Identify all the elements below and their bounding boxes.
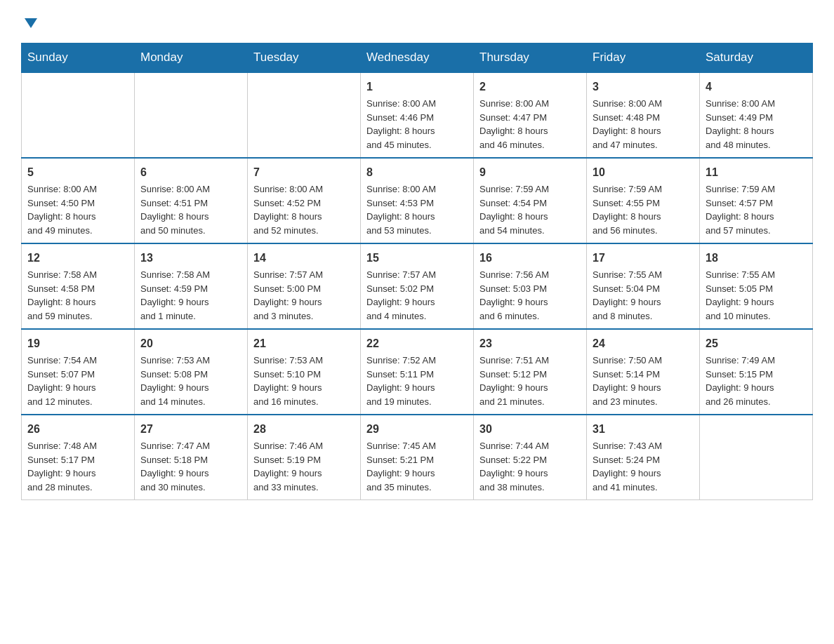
calendar-header-thursday: Thursday xyxy=(474,43,587,73)
svg-marker-0 xyxy=(25,18,37,28)
calendar-cell: 30Sunrise: 7:44 AM Sunset: 5:22 PM Dayli… xyxy=(474,415,587,500)
calendar-cell: 24Sunrise: 7:50 AM Sunset: 5:14 PM Dayli… xyxy=(587,329,700,415)
day-number: 11 xyxy=(706,164,807,181)
page-header xyxy=(21,14,813,29)
calendar-cell xyxy=(248,72,361,158)
day-info: Sunrise: 7:44 AM Sunset: 5:22 PM Dayligh… xyxy=(479,439,581,494)
calendar-cell xyxy=(135,72,248,158)
day-info: Sunrise: 8:00 AM Sunset: 4:53 PM Dayligh… xyxy=(366,182,468,237)
day-number: 15 xyxy=(366,250,468,267)
calendar-cell: 27Sunrise: 7:47 AM Sunset: 5:18 PM Dayli… xyxy=(135,415,248,500)
calendar-week-row: 19Sunrise: 7:54 AM Sunset: 5:07 PM Dayli… xyxy=(22,329,813,415)
calendar-cell xyxy=(22,72,135,158)
calendar-cell: 4Sunrise: 8:00 AM Sunset: 4:49 PM Daylig… xyxy=(700,72,813,158)
day-info: Sunrise: 8:00 AM Sunset: 4:46 PM Dayligh… xyxy=(366,97,468,152)
calendar-header-monday: Monday xyxy=(135,43,248,73)
day-info: Sunrise: 7:54 AM Sunset: 5:07 PM Dayligh… xyxy=(27,354,128,408)
day-info: Sunrise: 7:55 AM Sunset: 5:05 PM Dayligh… xyxy=(706,268,807,323)
day-info: Sunrise: 8:00 AM Sunset: 4:48 PM Dayligh… xyxy=(593,97,694,152)
day-info: Sunrise: 7:57 AM Sunset: 5:00 PM Dayligh… xyxy=(253,268,355,323)
day-number: 14 xyxy=(253,250,355,267)
calendar-cell: 2Sunrise: 8:00 AM Sunset: 4:47 PM Daylig… xyxy=(474,72,587,158)
day-info: Sunrise: 7:50 AM Sunset: 5:14 PM Dayligh… xyxy=(593,354,694,408)
day-info: Sunrise: 7:53 AM Sunset: 5:10 PM Dayligh… xyxy=(253,354,355,408)
calendar-cell: 11Sunrise: 7:59 AM Sunset: 4:57 PM Dayli… xyxy=(700,158,813,243)
day-info: Sunrise: 7:48 AM Sunset: 5:17 PM Dayligh… xyxy=(27,439,128,494)
day-info: Sunrise: 8:00 AM Sunset: 4:49 PM Dayligh… xyxy=(706,97,807,152)
day-info: Sunrise: 7:51 AM Sunset: 5:12 PM Dayligh… xyxy=(479,354,581,408)
calendar-cell: 15Sunrise: 7:57 AM Sunset: 5:02 PM Dayli… xyxy=(361,243,474,329)
calendar-cell: 29Sunrise: 7:45 AM Sunset: 5:21 PM Dayli… xyxy=(361,415,474,500)
calendar-cell: 9Sunrise: 7:59 AM Sunset: 4:54 PM Daylig… xyxy=(474,158,587,243)
day-number: 8 xyxy=(366,164,468,181)
day-number: 24 xyxy=(593,335,694,352)
calendar-cell: 26Sunrise: 7:48 AM Sunset: 5:17 PM Dayli… xyxy=(22,415,135,500)
day-info: Sunrise: 7:46 AM Sunset: 5:19 PM Dayligh… xyxy=(253,439,355,494)
calendar-cell: 21Sunrise: 7:53 AM Sunset: 5:10 PM Dayli… xyxy=(248,329,361,415)
calendar-week-row: 5Sunrise: 8:00 AM Sunset: 4:50 PM Daylig… xyxy=(22,158,813,243)
day-number: 22 xyxy=(366,335,468,352)
day-info: Sunrise: 7:59 AM Sunset: 4:55 PM Dayligh… xyxy=(593,182,694,237)
day-info: Sunrise: 8:00 AM Sunset: 4:50 PM Dayligh… xyxy=(27,182,128,237)
calendar-cell: 16Sunrise: 7:56 AM Sunset: 5:03 PM Dayli… xyxy=(474,243,587,329)
day-number: 4 xyxy=(706,79,807,95)
day-number: 17 xyxy=(593,250,694,267)
calendar-cell: 19Sunrise: 7:54 AM Sunset: 5:07 PM Dayli… xyxy=(22,329,135,415)
day-info: Sunrise: 8:00 AM Sunset: 4:51 PM Dayligh… xyxy=(140,182,241,237)
day-info: Sunrise: 7:52 AM Sunset: 5:11 PM Dayligh… xyxy=(366,354,468,408)
day-number: 1 xyxy=(366,79,468,95)
day-number: 3 xyxy=(593,79,694,95)
day-number: 26 xyxy=(27,421,128,438)
calendar-header-friday: Friday xyxy=(587,43,700,73)
day-number: 7 xyxy=(253,164,355,181)
calendar-table: SundayMondayTuesdayWednesdayThursdayFrid… xyxy=(21,43,813,500)
day-info: Sunrise: 7:59 AM Sunset: 4:57 PM Dayligh… xyxy=(706,182,807,237)
day-number: 27 xyxy=(140,421,241,438)
calendar-cell: 13Sunrise: 7:58 AM Sunset: 4:59 PM Dayli… xyxy=(135,243,248,329)
calendar-cell xyxy=(700,415,813,500)
day-number: 2 xyxy=(479,79,581,95)
day-number: 21 xyxy=(253,335,355,352)
calendar-header-saturday: Saturday xyxy=(700,43,813,73)
day-info: Sunrise: 7:53 AM Sunset: 5:08 PM Dayligh… xyxy=(140,354,241,408)
day-number: 28 xyxy=(253,421,355,438)
day-info: Sunrise: 7:56 AM Sunset: 5:03 PM Dayligh… xyxy=(479,268,581,323)
calendar-cell: 23Sunrise: 7:51 AM Sunset: 5:12 PM Dayli… xyxy=(474,329,587,415)
day-info: Sunrise: 7:49 AM Sunset: 5:15 PM Dayligh… xyxy=(706,354,807,408)
logo xyxy=(21,14,39,29)
day-number: 6 xyxy=(140,164,241,181)
day-number: 16 xyxy=(479,250,581,267)
day-info: Sunrise: 7:58 AM Sunset: 4:59 PM Dayligh… xyxy=(140,268,241,323)
calendar-cell: 17Sunrise: 7:55 AM Sunset: 5:04 PM Dayli… xyxy=(587,243,700,329)
logo-arrow-icon xyxy=(21,14,39,32)
calendar-cell: 6Sunrise: 8:00 AM Sunset: 4:51 PM Daylig… xyxy=(135,158,248,243)
day-info: Sunrise: 8:00 AM Sunset: 4:52 PM Dayligh… xyxy=(253,182,355,237)
day-number: 5 xyxy=(27,164,128,181)
day-info: Sunrise: 8:00 AM Sunset: 4:47 PM Dayligh… xyxy=(479,97,581,152)
day-number: 9 xyxy=(479,164,581,181)
calendar-cell: 3Sunrise: 8:00 AM Sunset: 4:48 PM Daylig… xyxy=(587,72,700,158)
calendar-week-row: 26Sunrise: 7:48 AM Sunset: 5:17 PM Dayli… xyxy=(22,415,813,500)
calendar-week-row: 1Sunrise: 8:00 AM Sunset: 4:46 PM Daylig… xyxy=(22,72,813,158)
calendar-cell: 28Sunrise: 7:46 AM Sunset: 5:19 PM Dayli… xyxy=(248,415,361,500)
day-number: 18 xyxy=(706,250,807,267)
day-info: Sunrise: 7:57 AM Sunset: 5:02 PM Dayligh… xyxy=(366,268,468,323)
day-info: Sunrise: 7:45 AM Sunset: 5:21 PM Dayligh… xyxy=(366,439,468,494)
calendar-cell: 25Sunrise: 7:49 AM Sunset: 5:15 PM Dayli… xyxy=(700,329,813,415)
calendar-cell: 1Sunrise: 8:00 AM Sunset: 4:46 PM Daylig… xyxy=(361,72,474,158)
calendar-header-sunday: Sunday xyxy=(22,43,135,73)
calendar-cell: 14Sunrise: 7:57 AM Sunset: 5:00 PM Dayli… xyxy=(248,243,361,329)
calendar-cell: 10Sunrise: 7:59 AM Sunset: 4:55 PM Dayli… xyxy=(587,158,700,243)
day-number: 30 xyxy=(479,421,581,438)
calendar-cell: 18Sunrise: 7:55 AM Sunset: 5:05 PM Dayli… xyxy=(700,243,813,329)
calendar-week-row: 12Sunrise: 7:58 AM Sunset: 4:58 PM Dayli… xyxy=(22,243,813,329)
calendar-header-row: SundayMondayTuesdayWednesdayThursdayFrid… xyxy=(22,43,813,73)
day-number: 19 xyxy=(27,335,128,352)
day-number: 23 xyxy=(479,335,581,352)
day-number: 25 xyxy=(706,335,807,352)
calendar-header-wednesday: Wednesday xyxy=(361,43,474,73)
calendar-cell: 5Sunrise: 8:00 AM Sunset: 4:50 PM Daylig… xyxy=(22,158,135,243)
day-info: Sunrise: 7:59 AM Sunset: 4:54 PM Dayligh… xyxy=(479,182,581,237)
day-number: 20 xyxy=(140,335,241,352)
calendar-cell: 12Sunrise: 7:58 AM Sunset: 4:58 PM Dayli… xyxy=(22,243,135,329)
